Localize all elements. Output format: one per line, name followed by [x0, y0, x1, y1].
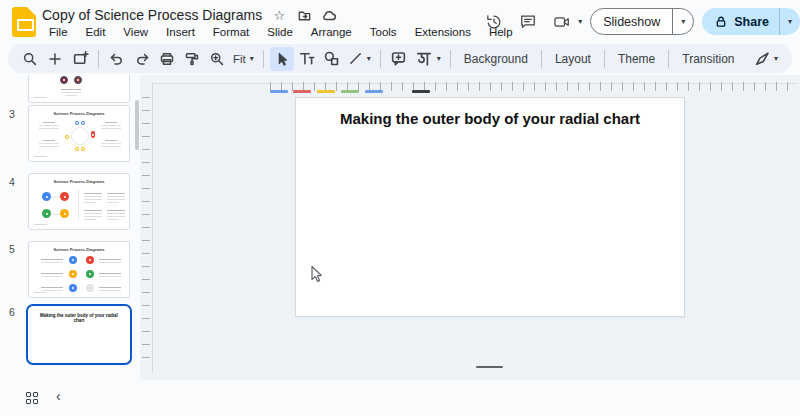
zoom-fit-control[interactable]: Fit ▾: [230, 47, 257, 71]
new-slide-layout-button[interactable]: [68, 47, 92, 71]
slides-logo[interactable]: [12, 7, 36, 37]
slide-thumbnail-4[interactable]: Science Process Diagrams: [28, 173, 130, 230]
undo-button[interactable]: [105, 47, 129, 71]
toolbar-separator: [98, 50, 99, 68]
toolbar-separator: [541, 50, 542, 68]
zoom-fit-caret-icon: ▾: [250, 55, 254, 63]
bottom-bar: ‹ Click to add speaker notes: [0, 380, 800, 416]
new-slide-button[interactable]: [43, 47, 67, 71]
slide-thumbnail-5[interactable]: Science Process Diagrams: [28, 241, 130, 298]
comment-plus-icon: [390, 50, 407, 67]
paint-format-button[interactable]: [180, 47, 204, 71]
menu-edit[interactable]: Edit: [79, 25, 113, 39]
toolbar: Fit ▾ ▾ ▾ Background Layout Theme Transi…: [8, 44, 792, 73]
slideshow-button[interactable]: Slideshow: [591, 9, 672, 34]
toolbar-separator: [263, 50, 264, 68]
menu-extensions[interactable]: Extensions: [408, 25, 478, 39]
app-header: Copy of Science Process Diagrams ☆ File …: [0, 0, 800, 42]
pen-caret-icon: ▾: [774, 55, 778, 63]
undo-icon: [109, 51, 125, 67]
menu-bar: File Edit View Insert Format Slide Arran…: [42, 25, 520, 39]
ruler-color-segment: [270, 90, 288, 93]
toolbar-separator: [450, 50, 451, 68]
menu-format[interactable]: Format: [206, 25, 256, 39]
zoom-fit-label: Fit: [233, 53, 246, 65]
ruler-color-segment: [365, 90, 383, 93]
collapse-filmstrip-button[interactable]: ‹: [56, 388, 61, 404]
menu-insert[interactable]: Insert: [159, 25, 202, 39]
filmstrip: 3 Science Process Diagrams 4 Science Pro…: [0, 75, 140, 380]
pen-icon: [754, 50, 771, 67]
toolbar-separator: [604, 50, 605, 68]
ruler-color-segment: [293, 90, 311, 93]
meet-control[interactable]: ▾: [549, 9, 582, 35]
menu-view[interactable]: View: [116, 25, 155, 39]
text-format-caret-icon: ▾: [437, 55, 441, 63]
slide-page[interactable]: Making the outer body of your radial cha…: [295, 97, 685, 317]
doc-title[interactable]: Copy of Science Process Diagrams: [42, 7, 262, 23]
text-box-button[interactable]: [295, 47, 319, 71]
share-button[interactable]: Share: [702, 8, 779, 35]
lock-icon: [714, 15, 728, 29]
slide-number-4: 4: [9, 176, 15, 188]
theme-button[interactable]: Theme: [611, 47, 662, 71]
shapes-button[interactable]: [320, 47, 344, 71]
slide-thumbnail-2-partial[interactable]: [28, 75, 130, 103]
left-ruler-ticks: [142, 97, 150, 361]
redo-icon: [134, 51, 150, 67]
redo-button[interactable]: [130, 47, 154, 71]
slide-number-6: 6: [9, 306, 15, 318]
print-button[interactable]: [155, 47, 179, 71]
devanagari-text-icon: [415, 50, 433, 68]
background-button[interactable]: Background: [457, 47, 535, 71]
zoom-in-button[interactable]: [205, 47, 229, 71]
mouse-cursor: [309, 265, 324, 284]
comments-button[interactable]: [515, 9, 541, 35]
share-dropdown-button[interactable]: ▾: [780, 8, 800, 35]
line-caret-icon: ▾: [367, 55, 371, 63]
zoom-in-icon: [209, 51, 225, 67]
slide-title-text[interactable]: Making the outer body of your radial cha…: [296, 110, 684, 127]
slide-thumbnail-6[interactable]: Making the outer body of your radial cha…: [26, 304, 132, 365]
slide-canvas[interactable]: Making the outer body of your radial cha…: [140, 75, 800, 380]
camera-icon[interactable]: [549, 9, 575, 35]
slide-plus-icon: [72, 50, 89, 67]
text-format-button[interactable]: ▾: [412, 47, 444, 71]
print-icon: [159, 51, 175, 67]
slide-number-3: 3: [9, 108, 15, 120]
transition-button[interactable]: Transition: [675, 47, 741, 71]
search-menus-button[interactable]: [18, 47, 42, 71]
menu-tools[interactable]: Tools: [363, 25, 404, 39]
slideshow-dropdown-button[interactable]: ▾: [673, 9, 693, 34]
insert-comment-button[interactable]: [387, 47, 411, 71]
select-tool-button[interactable]: [270, 47, 294, 71]
line-tool-button[interactable]: ▾: [345, 47, 374, 71]
move-folder-icon[interactable]: [296, 7, 312, 23]
ruler-color-segment: [317, 90, 335, 93]
shapes-icon: [323, 50, 340, 67]
paint-roller-icon: [184, 51, 200, 67]
menu-arrange[interactable]: Arrange: [304, 25, 359, 39]
star-button[interactable]: ☆: [271, 7, 287, 23]
line-icon: [348, 51, 363, 66]
cursor-icon: [274, 51, 290, 67]
plus-icon: [47, 51, 63, 67]
text-box-icon: [298, 50, 315, 67]
menu-slide[interactable]: Slide: [260, 25, 300, 39]
slide-number-5: 5: [9, 243, 15, 255]
search-icon: [22, 51, 38, 67]
ruler-color-segment: [412, 90, 430, 93]
slide-thumbnail-3[interactable]: Science Process Diagrams: [28, 105, 130, 162]
ruler-color-segment: [341, 90, 359, 93]
notes-resize-handle[interactable]: [476, 366, 503, 368]
menu-file[interactable]: File: [42, 25, 75, 39]
canvas-left-edge-line: [152, 83, 153, 373]
layout-button[interactable]: Layout: [548, 47, 598, 71]
filmstrip-scrollbar[interactable]: [135, 100, 139, 150]
version-history-button[interactable]: [481, 9, 507, 35]
cloud-status-icon[interactable]: [321, 7, 337, 23]
grid-view-button[interactable]: [26, 392, 38, 404]
pen-tool-button[interactable]: ▾: [754, 50, 782, 67]
meet-caret-icon[interactable]: ▾: [578, 18, 582, 26]
toolbar-separator: [668, 50, 669, 68]
